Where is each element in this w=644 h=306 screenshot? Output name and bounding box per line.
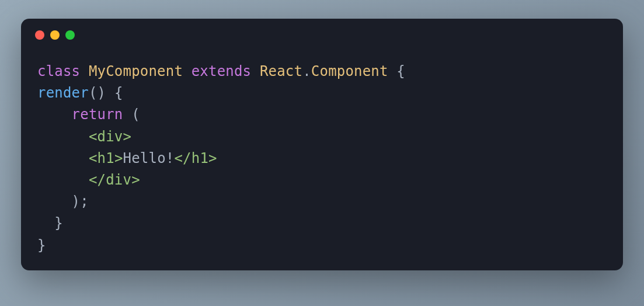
render-method: render <box>37 85 89 101</box>
react-object: React <box>260 63 302 79</box>
jsx-text: Hello! <box>123 150 175 166</box>
minimize-icon[interactable] <box>50 30 60 40</box>
keyword-return: return <box>72 106 123 123</box>
keyword-class: class <box>37 63 80 79</box>
class-name: MyComponent <box>89 63 183 79</box>
close-icon[interactable] <box>35 30 44 40</box>
code-block: class MyComponent extends React.Componen… <box>21 44 623 270</box>
maximize-icon[interactable] <box>65 30 75 40</box>
jsx-tag-h1: h1 <box>98 150 114 166</box>
jsx-tag-div: div <box>98 128 123 145</box>
component-class: Component <box>311 63 388 79</box>
window-titlebar <box>21 19 623 44</box>
code-window: class MyComponent extends React.Componen… <box>21 19 623 270</box>
keyword-extends: extends <box>192 63 252 79</box>
